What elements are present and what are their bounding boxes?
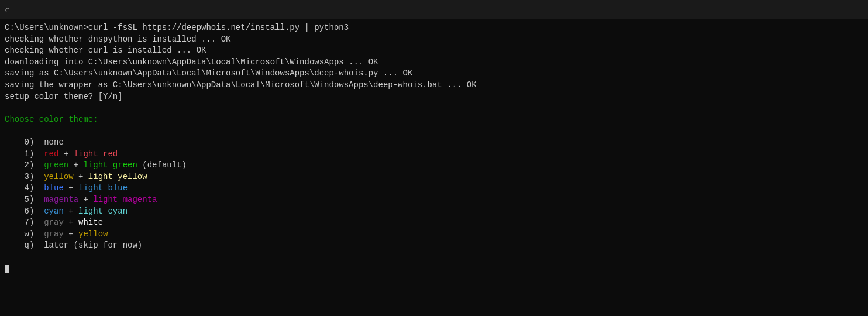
terminal-text: 6) <box>5 207 44 216</box>
terminal-text: 0) none <box>5 138 64 147</box>
terminal-line: q) later (skip for now) <box>5 240 863 252</box>
terminal-text: light cyan <box>78 207 128 216</box>
terminal-line: 7) gray + white <box>5 217 863 229</box>
terminal-text: light magenta <box>93 195 157 204</box>
close-button[interactable] <box>836 0 863 19</box>
terminal-text: + <box>64 183 78 193</box>
terminal-line: 0) none <box>5 137 863 149</box>
terminal-text: gray <box>44 229 64 239</box>
terminal-line: setup color theme? [Y/n] <box>5 91 863 103</box>
minimize-button[interactable] <box>783 0 810 19</box>
terminal-line: checking whether curl is installed ... O… <box>5 45 863 57</box>
terminal-line: C:\Users\unknown>curl -fsSL https://deep… <box>5 22 863 34</box>
terminal-text: red <box>44 149 58 159</box>
terminal-text: white <box>78 218 103 227</box>
terminal-text: Choose color theme: <box>5 115 98 124</box>
terminal-text: light blue <box>78 183 128 193</box>
terminal-line: 2) green + light green (default) <box>5 160 863 171</box>
title-bar-left: C_ <box>5 5 19 14</box>
terminal-text: (default) <box>137 160 187 170</box>
terminal-text: 1) <box>5 149 44 159</box>
terminal-text: + <box>74 172 88 181</box>
terminal-text: + <box>58 149 73 159</box>
terminal-text: downloading into C:\Users\unknown\AppDat… <box>5 57 378 67</box>
svg-text:C_: C_ <box>5 6 13 13</box>
terminal-text: 5) <box>5 195 44 204</box>
terminal-line: 1) red + light red <box>5 149 863 160</box>
title-bar: C_ <box>0 0 868 19</box>
terminal-line: checking whether dnspython is installed … <box>5 34 863 46</box>
terminal-text: saving the wrapper as C:\Users\unknown\A… <box>5 80 477 90</box>
terminal-line: downloading into C:\Users\unknown\AppDat… <box>5 57 863 68</box>
terminal-line: saving as C:\Users\unknown\AppData\Local… <box>5 68 863 80</box>
terminal-text: + <box>64 218 78 227</box>
terminal-line: 5) magenta + light magenta <box>5 194 863 206</box>
terminal-text: C:\Users\unknown>curl -fsSL https://deep… <box>5 23 349 32</box>
terminal-text: magenta <box>44 195 78 204</box>
terminal-text: 7) <box>5 218 44 227</box>
cursor <box>5 265 9 273</box>
terminal-line: 6) cyan + light cyan <box>5 206 863 218</box>
terminal-line <box>5 252 863 263</box>
cmd-icon: C_ <box>5 5 14 14</box>
maximize-button[interactable] <box>810 0 836 19</box>
terminal-text: w) <box>5 229 44 239</box>
terminal-text: blue <box>44 183 64 193</box>
terminal-text: 2) <box>5 160 44 170</box>
title-bar-controls <box>783 0 863 19</box>
terminal-text: yellow <box>78 229 108 239</box>
terminal-text: + <box>64 207 78 216</box>
terminal-line: saving the wrapper as C:\Users\unknown\A… <box>5 80 863 91</box>
command-prompt-window: C_ C:\Users\unknown>curl -fsSL https://d… <box>0 0 868 316</box>
terminal-body[interactable]: C:\Users\unknown>curl -fsSL https://deep… <box>0 19 868 316</box>
terminal-text: gray <box>44 218 64 227</box>
terminal-text: light red <box>74 149 118 159</box>
terminal-line <box>5 263 863 274</box>
terminal-text: saving as C:\Users\unknown\AppData\Local… <box>5 68 412 78</box>
terminal-text: checking whether curl is installed ... O… <box>5 46 206 55</box>
terminal-text: yellow <box>44 172 73 181</box>
terminal-text: 3) <box>5 172 44 181</box>
terminal-text: + <box>68 160 83 170</box>
terminal-line <box>5 102 863 114</box>
terminal-line: 3) yellow + light yellow <box>5 171 863 183</box>
terminal-text: + <box>78 195 93 204</box>
terminal-text: setup color theme? [Y/n] <box>5 92 123 101</box>
terminal-text: light yellow <box>88 172 147 181</box>
terminal-text: light green <box>83 160 137 170</box>
terminal-line <box>5 125 863 137</box>
terminal-line: Choose color theme: <box>5 114 863 126</box>
terminal-text: 4) <box>5 183 44 193</box>
terminal-text: cyan <box>44 207 64 216</box>
terminal-text: q) later (skip for now) <box>5 241 142 250</box>
terminal-text: + <box>64 229 78 239</box>
terminal-line: w) gray + yellow <box>5 229 863 241</box>
terminal-text: checking whether dnspython is installed … <box>5 35 230 44</box>
terminal-text: green <box>44 160 68 170</box>
terminal-line: 4) blue + light blue <box>5 183 863 194</box>
